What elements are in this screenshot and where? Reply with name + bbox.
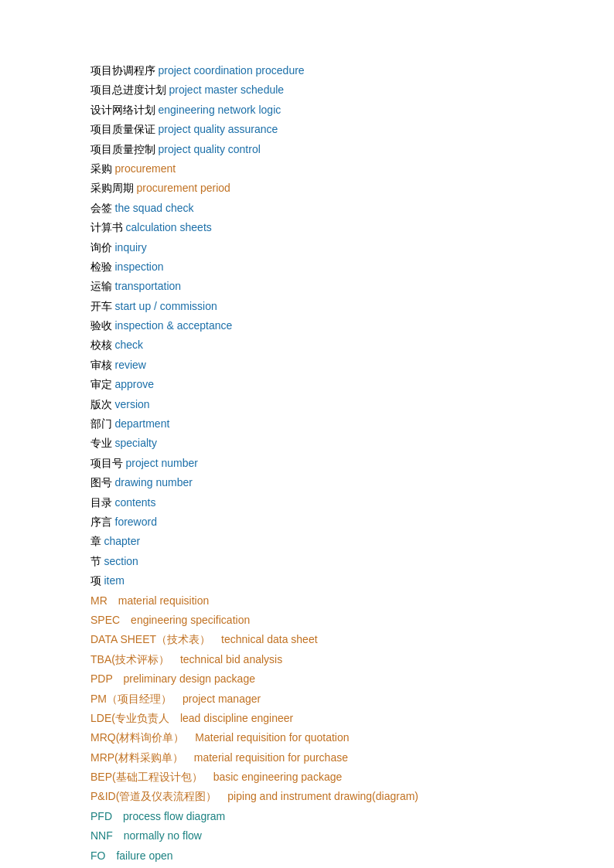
- term-entry: PFD process flow diagram: [90, 810, 225, 822]
- term-en: project quality control: [159, 143, 261, 155]
- term-entry: PDP preliminary design package: [90, 672, 255, 685]
- list-item: 目录 contents: [90, 494, 537, 512]
- term-zh: 项目质量保证: [90, 124, 155, 135]
- list-item: 项目号 project number: [90, 454, 537, 472]
- term-en: project master schedule: [169, 83, 285, 96]
- list-item: FO failure open: [90, 847, 537, 865]
- list-item: 采购 procurement: [90, 160, 537, 178]
- term-en: item: [104, 574, 125, 587]
- term-zh: 项目协调程序: [90, 65, 155, 77]
- term-zh: 会签: [90, 203, 112, 214]
- list-item: 开车 start up / commission: [90, 298, 537, 315]
- term-en: inspection: [115, 260, 164, 273]
- term-en: specialty: [115, 437, 157, 449]
- term-zh: 项目质量控制: [90, 144, 155, 155]
- term-en: engineering network logic: [159, 104, 281, 116]
- term-zh: 计算书: [90, 222, 123, 233]
- list-item: PM（项目经理） project manager: [90, 690, 537, 708]
- term-zh: 序言: [90, 516, 112, 528]
- list-item: 设计网络计划 engineering network logic: [90, 101, 537, 119]
- list-item: MRP(材料采购单） material requisition for purc…: [90, 749, 537, 767]
- term-en: project quality assurance: [159, 123, 278, 135]
- term-zh: 目录: [90, 497, 112, 509]
- list-item: NNF normally no flow: [90, 827, 537, 845]
- term-zh: 询价: [90, 242, 112, 254]
- term-zh: 节: [90, 556, 101, 567]
- list-item: 审核 review: [90, 356, 537, 374]
- term-en: procurement period: [137, 182, 230, 194]
- term-entry: BEP(基础工程设计包） basic engineering package: [90, 771, 342, 783]
- term-en: start up / commission: [115, 300, 217, 312]
- list-item: 检验 inspection: [90, 258, 537, 276]
- term-en: drawing number: [115, 476, 193, 488]
- term-entry: NNF normally no flow: [90, 829, 202, 842]
- list-item: 采购周期 procurement period: [90, 179, 537, 197]
- list-item: MRQ(材料询价单） Material requisition for quot…: [90, 729, 537, 747]
- list-item: 专业 specialty: [90, 434, 537, 452]
- term-zh: 审核: [90, 359, 112, 371]
- list-item: 校核 check: [90, 336, 537, 354]
- term-entry: DATA SHEET（技术表） technical data sheet: [90, 633, 318, 645]
- term-en: chapter: [104, 535, 141, 547]
- term-en: approve: [115, 378, 155, 390]
- list-item: 验收 inspection & acceptance: [90, 317, 537, 335]
- list-item: SPEC engineering specification: [90, 611, 537, 629]
- term-zh: 项目号: [90, 458, 123, 469]
- term-en: project coordination procedure: [159, 64, 305, 77]
- term-zh: 设计网络计划: [90, 104, 155, 116]
- term-zh: 版次: [90, 399, 112, 410]
- term-en: project number: [126, 457, 198, 469]
- list-item: 项目质量保证 project quality assurance: [90, 121, 537, 138]
- term-zh: 图号: [90, 477, 112, 488]
- term-zh: 运输: [90, 281, 112, 292]
- term-zh: 采购: [90, 163, 112, 175]
- term-zh: 专业: [90, 437, 112, 449]
- list-item: 项目协调程序 project coordination procedure: [90, 62, 537, 80]
- list-item: 部门 department: [90, 415, 537, 433]
- term-en: inspection & acceptance: [115, 319, 233, 332]
- term-en: the squad check: [115, 202, 194, 214]
- list-item: 项 item: [90, 572, 537, 590]
- term-entry: PM（项目经理） project manager: [90, 693, 261, 705]
- term-en: version: [115, 398, 150, 410]
- list-item: PFD process flow diagram: [90, 808, 537, 825]
- term-zh: 章: [90, 536, 101, 547]
- list-item: BEP(基础工程设计包） basic engineering package: [90, 768, 537, 786]
- list-item: 项目质量控制 project quality control: [90, 141, 537, 158]
- term-en: department: [115, 417, 170, 430]
- term-entry: LDE(专业负责人 lead discipline engineer: [90, 712, 293, 724]
- list-item: 节 section: [90, 553, 537, 570]
- list-item: TBA(技术评标） technical bid analysis: [90, 651, 537, 669]
- term-en: section: [104, 555, 138, 567]
- list-item: 序言 foreword: [90, 513, 537, 531]
- term-entry: TBA(技术评标） technical bid analysis: [90, 653, 282, 665]
- term-en: review: [115, 359, 146, 371]
- list-item: MR material requisition: [90, 592, 537, 610]
- list-item: 章 chapter: [90, 533, 537, 550]
- term-zh: 开车: [90, 301, 112, 312]
- term-zh: 审定: [90, 379, 112, 390]
- term-en: procurement: [115, 162, 176, 175]
- term-zh: 校核: [90, 339, 112, 351]
- list-item: 会签 the squad check: [90, 199, 537, 217]
- list-item: 项目总进度计划 project master schedule: [90, 81, 537, 99]
- list-item: DATA SHEET（技术表） technical data sheet: [90, 631, 537, 648]
- list-item: 询价 inquiry: [90, 239, 537, 257]
- term-en: calculation sheets: [126, 221, 212, 233]
- term-entry: FO failure open: [90, 849, 173, 862]
- term-zh: 项: [90, 575, 101, 587]
- term-zh: 采购周期: [90, 182, 134, 194]
- term-entry: MR material requisition: [90, 594, 209, 607]
- list-item: LDE(专业负责人 lead discipline engineer: [90, 710, 537, 727]
- list-item: 审定 approve: [90, 376, 537, 393]
- term-entry: MRQ(材料询价单） Material requisition for quot…: [90, 731, 350, 744]
- term-en: inquiry: [115, 241, 147, 254]
- term-zh: 检验: [90, 261, 112, 273]
- term-en: contents: [115, 496, 156, 509]
- list-item: 图号 drawing number: [90, 474, 537, 492]
- list-item: 计算书 calculation sheets: [90, 219, 537, 237]
- term-entry: P&ID(管道及仪表流程图） piping and instrument dra…: [90, 790, 418, 802]
- term-zh: 验收: [90, 320, 112, 332]
- term-list: 项目协调程序 project coordination procedure项目总…: [90, 62, 537, 868]
- term-en: foreword: [115, 516, 157, 528]
